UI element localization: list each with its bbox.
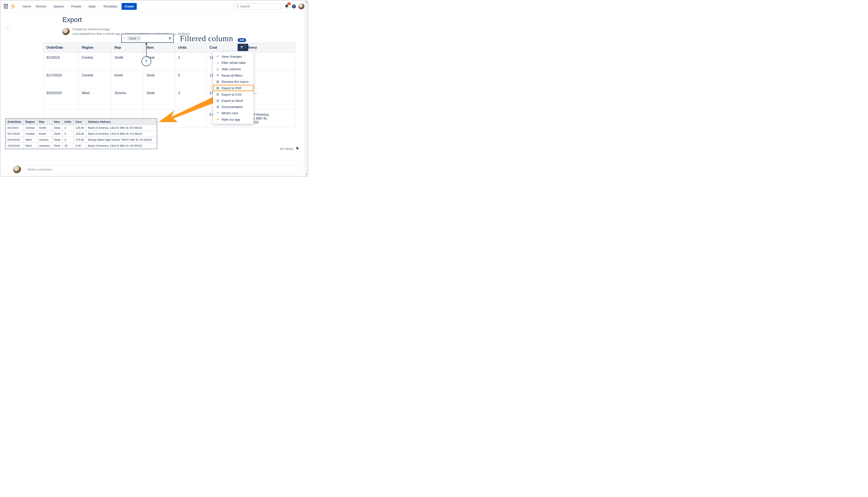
column-filter-input[interactable]: = Desk ✕ ✕ [121,34,174,43]
trash-icon: 🗑 [216,80,219,84]
mini-col-delivery-address: Delivery Address [86,119,156,125]
menu-item-label: Reset all filters [222,74,243,77]
chevron-down-icon: ⌄ [82,5,84,8]
close-filter-icon[interactable]: ✕ [168,36,171,41]
cell-item: Desk [144,70,175,88]
cell-units: 2 [175,53,206,70]
menu-export-to-pdf[interactable]: ▤Export to PDF [213,85,253,91]
nav-spaces[interactable]: Spaces⌄ [52,3,68,10]
pdf-icon: ▤ [216,86,219,90]
user-avatar[interactable] [299,3,304,10]
cell-date: 6/17/2019 [43,70,79,88]
menu-filter-whole-table[interactable]: ⌕Filter whole table [213,59,253,66]
cell-region: Central [79,53,111,70]
svg-text:?: ? [293,5,295,8]
word-icon: 🗎 [216,99,219,102]
menu-item-label: Rate our app [222,118,240,121]
menu-export-to-word[interactable]: 🗎Export to Word [213,98,253,104]
menu-reset-all-filters[interactable]: ✕Reset all filters [213,72,253,79]
col-cost[interactable]: Cost [206,43,240,53]
csv-icon: ⊞ [216,93,219,96]
nav-recent[interactable]: Recent⌄ [34,3,51,10]
cell-units: 3 [175,88,206,110]
col-units[interactable]: Units [175,43,206,53]
last-updated[interactable]: Last updated less than a minute ago [72,32,121,36]
comment-bar: Write a comment... [13,161,301,174]
column-filter-indicator [141,56,151,66]
col-item[interactable]: Item [144,43,175,53]
check-icon: ✓ [216,54,219,58]
chevron-down-icon [244,46,246,48]
analytics-icon [174,32,177,36]
star-icon: ★ [216,117,219,121]
nav-templates[interactable]: Templates [101,3,120,10]
active-indicator-icon [245,45,246,46]
tag-icon[interactable] [295,147,299,151]
filter-tool-button[interactable] [237,44,248,51]
labels-section[interactable]: No labels [280,147,299,151]
table-header-row: OrderDateRegionRepItemUnitsCostDelivery [43,43,295,53]
table-row: 6/17/2019CentralKivellDesk5125.00Ba… 13…… [43,70,295,88]
mini-row: 6/17/2019CentralKivellDesk5125.00Bank of… [6,131,157,137]
cell-date: 8/24/2019 [43,88,79,110]
nav-apps[interactable]: Apps⌄ [87,3,100,10]
cell-region: Central [79,70,111,88]
author-link[interactable]: Katerina Kovriga [87,28,110,31]
q-icon: ? [216,111,219,115]
menu-item-label: Documentation [222,105,243,109]
cell-units [175,110,206,127]
mini-col-cost: Cost [74,119,86,125]
menu-save-changes[interactable]: ✓Save changes* [213,53,253,59]
cell-rep: Sorvino [111,88,144,110]
col-rep[interactable]: Rep [111,43,144,53]
doc-icon: 🗎 [216,105,219,109]
notifications-icon[interactable]: 5 [283,3,290,10]
menu-item-label: Hide columns [222,67,241,71]
app-switcher-icon[interactable] [4,4,9,9]
comment-avatar[interactable] [13,166,21,173]
annotation-label: Filtered column [180,34,233,43]
mini-col-orderdate: OrderDate [6,119,24,125]
menu-rate-our-app[interactable]: ★Rate our app [213,116,253,123]
nav-links: HomeRecent⌄Spaces⌄People⌄Apps⌄Templates [21,3,120,10]
menu-item-label: Export to Word [222,99,243,102]
cell-region: West [79,88,111,110]
search-input[interactable] [234,3,280,10]
menu-item-label: Filter whole table [222,61,246,65]
hide-icon: ▯ [216,67,219,71]
mini-row: 9/1/2019CentralSmithDesk2125.00Bank of A… [6,125,157,131]
filter-chip[interactable]: Desk ✕ [127,36,141,41]
remove-chip-icon[interactable]: ✕ [138,37,140,40]
menu-hide-columns[interactable]: ▯Hide columns [213,66,253,72]
chevron-down-icon: ⌄ [65,5,67,8]
help-icon[interactable]: ? [290,3,298,10]
logo-icon[interactable]: S [11,3,17,10]
menu-item-label: Remove the macro [222,80,249,84]
mini-row: 12/5/2019WestAndrewsDesk255.00Bank of Am… [6,143,157,149]
menu-remove-the-macro[interactable]: 🗑Remove the macro [213,79,253,85]
nav-people[interactable]: People⌄ [70,3,86,10]
create-button[interactable]: Create [122,3,137,10]
menu-item-label: What's new [222,111,238,115]
annotation-arrow-line [146,43,147,56]
col-orderdate[interactable]: OrderDate [43,43,79,53]
menu-item-label: Export to PDF [222,86,242,90]
x-icon: ✕ [216,73,219,77]
menu-documentation[interactable]: 🗎Documentation [213,104,253,110]
menu-item-label: Export to CSV [222,93,242,96]
col-delivery-address[interactable]: Delivery [240,43,295,53]
funnel-icon [144,59,148,63]
nav-home[interactable]: Home [21,3,33,10]
export-preview-table: OrderDateRegionRepItemUnitsCostDelivery … [5,119,157,149]
comment-input[interactable]: Write a comment... [24,165,301,174]
mini-col-region: Region [24,119,37,125]
search-icon: ⌕ [216,61,219,65]
menu-what's-new[interactable]: ?What's new [213,110,253,116]
table-row: 9/1/2019CentralSmithDesk2125.00Ba… 13… K… [43,53,295,70]
menu-export-to-csv[interactable]: ⊞Export to CSV [213,91,253,98]
author-avatar[interactable] [63,28,70,35]
table-row: 8/24/2019WestSorvinoDesk3275.00Bishop… H… [43,88,295,110]
menu-item-label: Save changes [222,55,242,58]
col-region[interactable]: Region [79,43,111,53]
mini-col-item: Item [52,119,63,125]
